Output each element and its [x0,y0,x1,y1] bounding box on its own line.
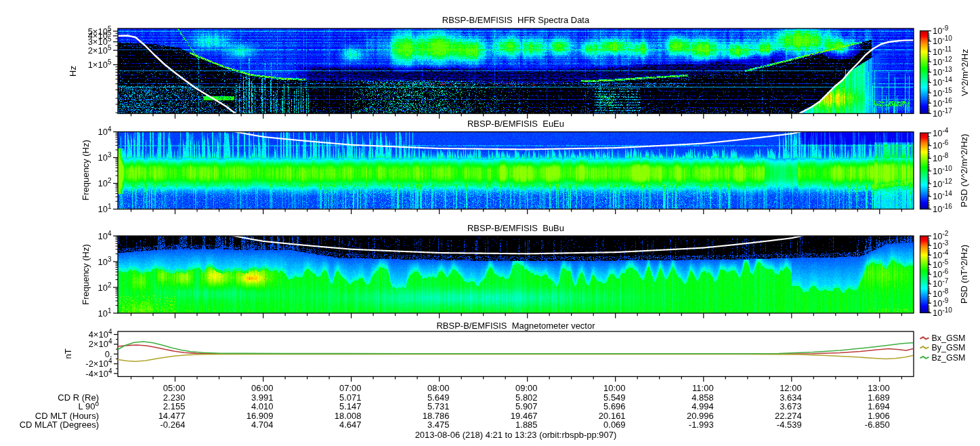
svg-text:4.704: 4.704 [251,420,274,430]
svg-text:PSD (V^2/m^2/Hz): PSD (V^2/m^2/Hz) [959,134,969,207]
svg-text:Hz: Hz [68,66,78,77]
svg-text:10-6: 10-6 [933,139,949,150]
svg-text:1.885: 1.885 [515,420,538,430]
svg-text:4.647: 4.647 [339,420,362,430]
svg-text:2013-08-06 (218) 4:21 to 13:23: 2013-08-06 (218) 4:21 to 13:23 (orbit:rb… [415,430,617,440]
svg-text:102: 102 [98,281,111,293]
svg-text:V^2/m^2/Hz: V^2/m^2/Hz [960,49,970,96]
svg-text:1×105: 1×105 [88,58,112,70]
svg-text:10-12: 10-12 [933,178,952,189]
svg-text:102: 102 [98,177,111,188]
svg-text:3.475: 3.475 [427,420,450,430]
svg-text:-0.264: -0.264 [161,420,186,430]
svg-text:10-10: 10-10 [933,165,952,176]
svg-text:Frequency (Hz): Frequency (Hz) [81,244,91,305]
svg-text:Frequency (Hz): Frequency (Hz) [81,140,91,201]
svg-text:104: 104 [98,125,111,137]
svg-text:101: 101 [98,307,111,319]
svg-text:10-16: 10-16 [933,203,952,214]
svg-text:2×104: 2×104 [89,338,112,349]
svg-text:10-14: 10-14 [933,190,952,201]
svg-text:103: 103 [98,151,111,163]
svg-text:RBSP-B/EMFISIS Magnetometer v: RBSP-B/EMFISIS Magnetometer vector [436,321,595,331]
svg-text:-4.539: -4.539 [777,420,802,430]
svg-text:104: 104 [98,230,111,241]
svg-text:PSD (nT^2/Hz): PSD (nT^2/Hz) [959,245,969,304]
svg-text:nT: nT [63,348,73,359]
svg-text:RBSP-B/EMFISIS HFR Spectra Da: RBSP-B/EMFISIS HFR Spectra Data [442,15,590,25]
svg-text:101: 101 [98,203,111,214]
svg-text:10-10: 10-10 [933,306,952,318]
svg-text:-6.850: -6.850 [865,420,890,430]
svg-text:10-17: 10-17 [933,107,952,119]
svg-text:By_GSM: By_GSM [932,343,966,352]
svg-text:-4×104: -4×104 [85,367,112,379]
svg-text:-1.993: -1.993 [689,420,714,430]
svg-text:RBSP-B/EMFISIS EuEu: RBSP-B/EMFISIS EuEu [467,119,564,129]
svg-text:103: 103 [98,256,111,267]
svg-text:RBSP-B/EMFISIS BuBu: RBSP-B/EMFISIS BuBu [467,223,564,233]
svg-text:2×105: 2×105 [88,44,112,56]
svg-text:CD MLAT (Degrees): CD MLAT (Degrees) [20,420,99,430]
svg-text:Bz_GSM: Bz_GSM [932,353,966,363]
svg-text:10-4: 10-4 [933,127,949,138]
svg-text:10-8: 10-8 [933,152,949,163]
svg-text:Bx_GSM: Bx_GSM [932,333,966,343]
svg-text:0.069: 0.069 [603,420,626,430]
